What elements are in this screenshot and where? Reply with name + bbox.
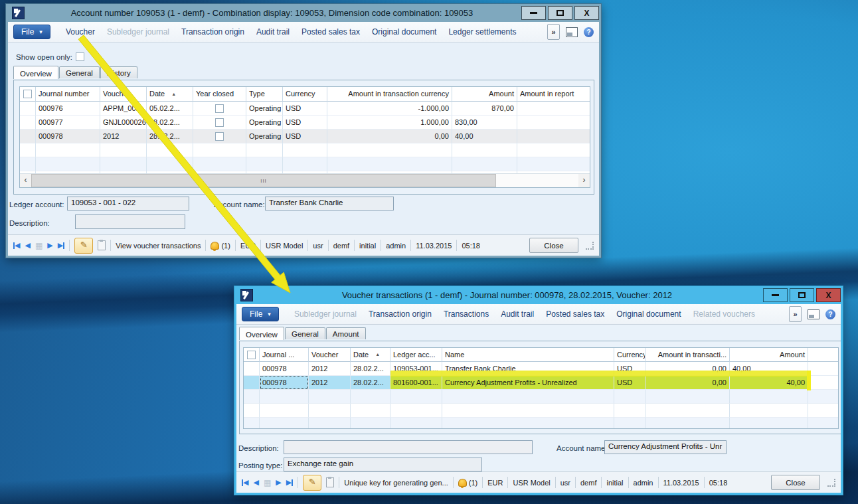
tab-overview[interactable]: Overview <box>239 327 284 340</box>
col-name[interactable]: Name <box>442 348 614 362</box>
scrollbar-thumb[interactable]: III <box>31 174 496 187</box>
help-icon[interactable]: ? <box>825 309 835 319</box>
ledger-account-field[interactable]: 109053 - 001 - 022 <box>67 197 189 210</box>
col-voucher[interactable]: Voucher <box>309 348 351 362</box>
table-row-selected-highlighted[interactable]: 000978 2012 28.02.2... 801600-001... Cur… <box>244 376 838 390</box>
close-window-button[interactable]: X <box>816 288 841 302</box>
col-currency[interactable]: Currency <box>283 87 327 102</box>
scrollbar-track[interactable] <box>496 174 578 187</box>
col-amount-txn[interactable]: Amount in transaction currency <box>327 87 452 102</box>
tab-general[interactable]: General <box>285 327 325 339</box>
title-bar[interactable]: Voucher transactions (1 - demf) - Journa… <box>236 286 841 304</box>
layout-pane-icon[interactable] <box>808 309 819 319</box>
first-record-button[interactable]: ◀ <box>242 478 248 487</box>
account-name-field[interactable]: Transfer Bank Charlie <box>265 197 394 210</box>
menu-item-audit-trail[interactable]: Audit trail <box>495 309 540 319</box>
status-time: 05:18 <box>462 242 480 250</box>
notifications-button[interactable]: (1) <box>458 479 477 487</box>
description-field[interactable] <box>284 440 533 454</box>
scroll-left-button[interactable]: ‹ <box>20 174 31 187</box>
scrollbar-grip: III <box>260 178 267 184</box>
account-number-window[interactable]: Account number 109053 (1 - demf) - Combi… <box>5 3 602 258</box>
select-all-checkbox[interactable] <box>23 90 32 98</box>
account-name-field[interactable]: Currency Adjustment Profits - Unr <box>604 440 727 454</box>
menu-item-transaction-origin[interactable]: Transaction origin <box>175 27 250 37</box>
paste-button[interactable] <box>98 239 106 252</box>
resize-grip[interactable] <box>586 242 594 250</box>
col-currency[interactable]: Currency <box>614 348 645 362</box>
next-record-button[interactable]: ▶ <box>276 478 281 487</box>
file-menu-label: File <box>21 27 34 37</box>
col-voucher[interactable]: Voucher <box>100 87 147 102</box>
bell-icon <box>458 479 467 487</box>
col-journal-number[interactable]: Journal number <box>36 87 100 102</box>
close-window-button[interactable]: X <box>574 6 599 20</box>
show-open-only-checkbox[interactable] <box>76 52 84 61</box>
menu-item-posted-sales-tax[interactable]: Posted sales tax <box>296 27 366 37</box>
help-icon[interactable]: ? <box>584 27 594 37</box>
minimize-button[interactable] <box>763 288 788 302</box>
menu-item-ledger-settlements[interactable]: Ledger settlements <box>442 27 522 37</box>
menu-item-voucher[interactable]: Voucher <box>60 27 101 37</box>
menu-item-transaction-origin[interactable]: Transaction origin <box>363 309 438 319</box>
col-journal[interactable]: Journal ... <box>260 348 309 362</box>
minimize-button[interactable] <box>521 6 546 20</box>
file-menu-button[interactable]: File ▾ <box>242 307 279 321</box>
description-field[interactable] <box>75 214 185 229</box>
first-record-button[interactable]: ◀ <box>13 241 20 250</box>
resize-grip[interactable] <box>827 479 835 487</box>
col-amount[interactable]: Amount <box>730 348 808 362</box>
paste-button[interactable] <box>326 476 334 489</box>
table-row-selected[interactable]: 000978 2012 28.02.2... Operating USD 0,0… <box>20 129 590 143</box>
tab-overview[interactable]: Overview <box>13 66 58 79</box>
maximize-button[interactable] <box>548 6 572 20</box>
chevron-down-icon: ▾ <box>268 311 271 317</box>
menu-item-audit-trail[interactable]: Audit trail <box>250 27 296 37</box>
file-menu-button[interactable]: File ▾ <box>13 25 50 39</box>
edit-record-button[interactable]: ✎ <box>74 238 93 254</box>
select-all-checkbox[interactable] <box>247 351 256 359</box>
last-record-button[interactable]: ▶ <box>58 241 64 250</box>
year-closed-checkbox[interactable] <box>215 104 224 113</box>
next-record-button[interactable]: ▶ <box>47 241 52 250</box>
col-year-closed[interactable]: Year closed <box>193 87 246 102</box>
menu-item-original-document[interactable]: Original document <box>366 27 442 37</box>
table-row[interactable]: 000976 APPM_00... 05.02.2... Operating U… <box>20 102 590 116</box>
menu-item-posted-sales-tax[interactable]: Posted sales tax <box>540 309 610 319</box>
table-row[interactable]: 000978 2012 28.02.2... 109053-001... Tra… <box>244 362 838 376</box>
table-row[interactable]: 000977 GNJL000026 08.02.2... Operating U… <box>20 116 590 129</box>
maximize-button[interactable] <box>790 288 814 302</box>
last-record-button[interactable]: ▶ <box>286 478 293 487</box>
menu-item-transactions[interactable]: Transactions <box>438 309 495 319</box>
horizontal-scrollbar[interactable]: ‹ III › <box>20 173 590 187</box>
previous-record-button[interactable]: ◀ <box>25 241 30 250</box>
col-amount-txn[interactable]: Amount in transacti... <box>645 348 730 362</box>
col-date[interactable]: Date▲ <box>147 87 193 102</box>
menu-overflow-button[interactable]: » <box>789 306 802 322</box>
col-date[interactable]: Date▲ <box>351 348 390 362</box>
sort-asc-icon: ▲ <box>171 87 176 101</box>
title-bar[interactable]: Account number 109053 (1 - demf) - Combi… <box>8 4 599 22</box>
year-closed-checkbox[interactable] <box>215 118 224 127</box>
menu-item-original-document[interactable]: Original document <box>610 309 687 319</box>
col-type[interactable]: Type <box>246 87 283 102</box>
close-button[interactable]: Close <box>529 238 578 253</box>
previous-record-button[interactable]: ◀ <box>253 478 258 487</box>
voucher-transactions-window[interactable]: Voucher transactions (1 - demf) - Journa… <box>234 286 843 495</box>
notifications-button[interactable]: (1) <box>211 242 230 250</box>
col-amount[interactable]: Amount <box>452 87 517 102</box>
col-ledger-account[interactable]: Ledger acc... <box>390 348 442 362</box>
posting-type-field[interactable]: Exchange rate gain <box>284 458 482 471</box>
tab-general[interactable]: General <box>59 66 100 78</box>
menu-overflow-button[interactable]: » <box>547 24 560 40</box>
close-button[interactable]: Close <box>771 475 820 490</box>
col-amount-report[interactable]: Amount in report <box>517 87 590 102</box>
empty-row <box>244 404 838 418</box>
maximize-icon <box>557 10 564 16</box>
tab-amount[interactable]: Amount <box>326 327 366 339</box>
layout-pane-icon[interactable] <box>566 27 578 37</box>
tab-history[interactable]: History <box>100 66 137 78</box>
edit-record-button[interactable]: ✎ <box>303 475 321 491</box>
year-closed-checkbox[interactable] <box>215 132 224 141</box>
scroll-right-button[interactable]: › <box>578 174 590 187</box>
